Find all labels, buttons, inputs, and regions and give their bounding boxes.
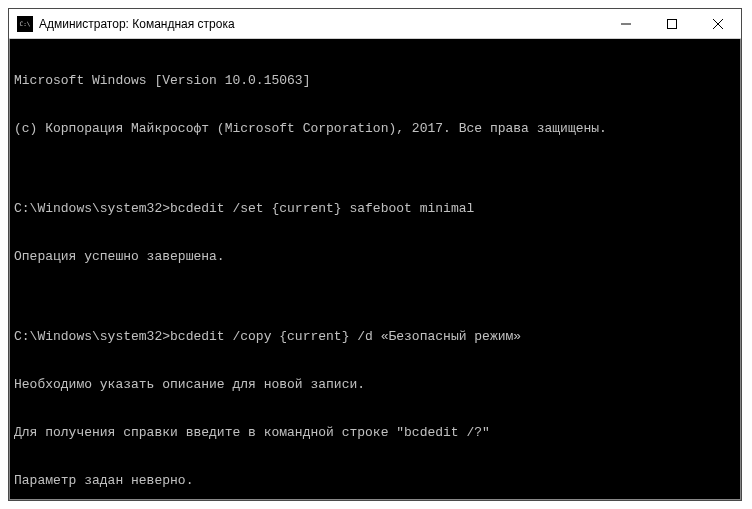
prompt: C:\Windows\system32> (14, 201, 170, 216)
command-line: C:\Windows\system32>bcdedit /set {curren… (14, 201, 736, 217)
output-line: Операция успешно завершена. (14, 249, 736, 265)
close-button[interactable] (695, 9, 741, 38)
version-line: Microsoft Windows [Version 10.0.15063] (14, 73, 736, 89)
cmd-window: Администратор: Командная строка Microsof… (8, 8, 742, 501)
cmd-icon (17, 16, 33, 32)
minimize-button[interactable] (603, 9, 649, 38)
command-text: bcdedit /set {current} safeboot minimal (170, 201, 474, 216)
prompt: C:\Windows\system32> (14, 329, 170, 344)
copyright-line: (c) Корпорация Майкрософт (Microsoft Cor… (14, 121, 736, 137)
window-title: Администратор: Командная строка (39, 17, 603, 31)
output-line: Необходимо указать описание для новой за… (14, 377, 736, 393)
terminal-area[interactable]: Microsoft Windows [Version 10.0.15063] (… (9, 39, 741, 500)
maximize-button[interactable] (649, 9, 695, 38)
titlebar[interactable]: Администратор: Командная строка (9, 9, 741, 39)
command-line: C:\Windows\system32>bcdedit /copy {curre… (14, 329, 736, 345)
svg-rect-1 (668, 19, 677, 28)
command-text: bcdedit /copy {current} /d «Безопасный р… (170, 329, 521, 344)
output-line: Параметр задан неверно. (14, 473, 736, 489)
window-controls (603, 9, 741, 38)
output-line: Для получения справки введите в командно… (14, 425, 736, 441)
